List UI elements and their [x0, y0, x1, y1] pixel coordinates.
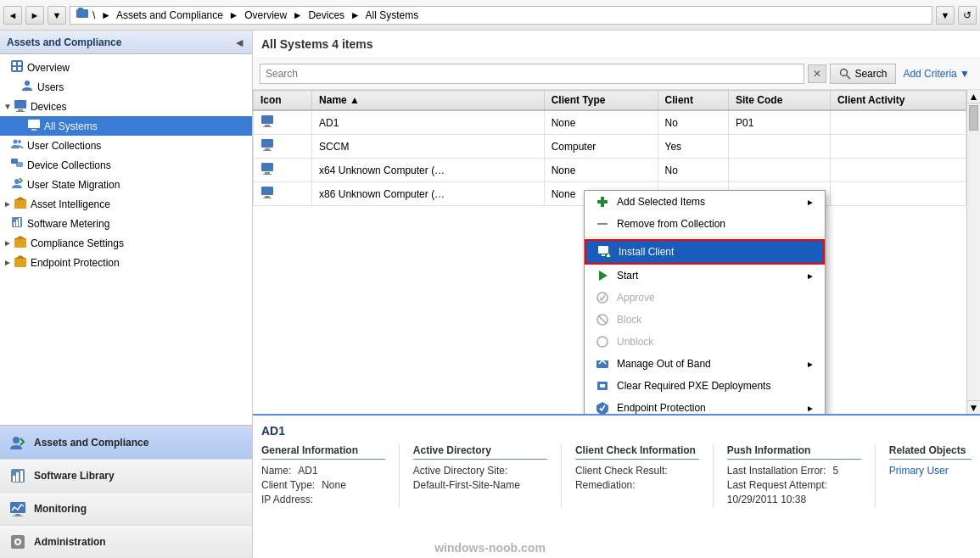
sidebar: Assets and Compliance ◄ Overview — [0, 31, 253, 558]
bottom-nav-software[interactable]: Software Library — [0, 459, 252, 492]
back-button[interactable]: ◄ — [3, 6, 22, 25]
svg-point-7 — [25, 81, 30, 86]
ctx-manage-oob-label: Manage Out of Band — [617, 358, 711, 370]
bottom-nav-admin[interactable]: Administration — [0, 525, 252, 558]
cell-clientactivity-3 — [830, 182, 966, 206]
svg-point-14 — [18, 140, 21, 143]
bottom-nav-assets[interactable]: Assets and Compliance — [0, 426, 252, 459]
svg-rect-1 — [78, 8, 83, 10]
forward-button[interactable]: ► — [25, 6, 44, 25]
sidebar-item-devices[interactable]: ▼ Devices — [0, 97, 252, 116]
context-menu: Add Selected Items ► Remove from Collect… — [584, 190, 826, 414]
main-layout: Assets and Compliance ◄ Overview — [0, 31, 980, 558]
col-client[interactable]: Client — [658, 91, 728, 111]
last-install-error-value: 5 — [832, 465, 838, 477]
last-request-value-row: 10/29/2011 10:38 — [727, 494, 861, 505]
col-name[interactable]: Name ▲ — [312, 91, 545, 111]
related-objects-title: Related Objects — [889, 444, 972, 460]
last-request-label: Last Request Attempt: — [727, 479, 827, 491]
table-row[interactable]: x64 Unknown Computer (… None No — [254, 159, 966, 182]
expand-arrow-compliance[interactable]: ► — [3, 238, 12, 248]
table-row[interactable]: SCCM Computer Yes — [254, 135, 966, 159]
svg-rect-0 — [76, 9, 88, 18]
svg-rect-45 — [265, 148, 270, 150]
detail-name-row: Name: AD1 — [261, 465, 385, 477]
ctx-manage-oob[interactable]: Manage Out of Band ► — [585, 353, 825, 375]
ip-label: IP Address: — [261, 494, 313, 505]
svg-rect-31 — [16, 472, 19, 482]
sidebar-item-label-user-collections: User Collections — [27, 140, 101, 152]
sidebar-item-compliance[interactable]: ► Compliance Settings — [0, 233, 252, 253]
cell-client-2: No — [658, 159, 728, 182]
last-install-error-row: Last Installation Error: 5 — [727, 465, 861, 477]
ctx-install-client[interactable]: Install Client — [585, 239, 825, 265]
sidebar-item-label-all-systems: All Systems — [44, 120, 98, 132]
svg-marker-25 — [14, 236, 26, 239]
add-criteria-button[interactable]: Add Criteria ▼ — [899, 65, 973, 82]
scroll-thumb[interactable] — [969, 105, 978, 131]
svg-rect-26 — [14, 258, 26, 267]
scroll-up-btn[interactable]: ▲ — [967, 90, 980, 103]
sidebar-item-user-state[interactable]: User State Migration — [0, 175, 252, 194]
cell-clientactivity-1 — [830, 135, 966, 159]
expand-arrow-endpoint[interactable]: ► — [3, 258, 12, 267]
table-row[interactable]: AD1 None No P01 — [254, 110, 966, 135]
search-clear-button[interactable]: ✕ — [808, 64, 826, 83]
svg-rect-33 — [10, 502, 25, 513]
expand-arrow-devices[interactable]: ▼ — [3, 102, 12, 111]
last-request-value: 10/29/2011 10:38 — [727, 494, 806, 505]
install-client-icon — [596, 244, 612, 259]
col-site-code[interactable]: Site Code — [728, 91, 830, 111]
ctx-unblock[interactable]: Unblock — [585, 331, 825, 353]
svg-rect-56 — [598, 246, 608, 254]
dropdown2-button[interactable]: ▼ — [936, 6, 955, 25]
sidebar-item-label-users: Users — [37, 81, 64, 93]
col-client-activity[interactable]: Client Activity — [830, 91, 966, 111]
sidebar-item-overview[interactable]: Overview — [0, 58, 252, 77]
cell-icon-0 — [254, 110, 312, 135]
content-area: All Systems 4 items ✕ Search Add Criteri… — [253, 31, 980, 558]
col-icon[interactable]: Icon — [254, 91, 312, 111]
search-button-label: Search — [854, 68, 887, 80]
col-client-type[interactable]: Client Type — [544, 91, 658, 111]
sidebar-item-endpoint[interactable]: ► Endpoint Protection — [0, 253, 252, 272]
refresh-button[interactable]: ↺ — [958, 6, 977, 25]
ctx-block[interactable]: Block — [585, 309, 825, 331]
svg-marker-19 — [14, 197, 26, 200]
dropdown-button[interactable]: ▼ — [48, 6, 66, 25]
sidebar-item-users[interactable]: Users — [0, 77, 252, 97]
search-button[interactable]: Search — [830, 64, 896, 84]
sidebar-item-device-collections[interactable]: Device Collections — [0, 155, 252, 175]
ctx-clear-pxe[interactable]: Clear Required PXE Deployments — [585, 375, 825, 397]
ctx-add-selected-items[interactable]: Add Selected Items ► — [585, 191, 825, 213]
ctx-start-arrow: ► — [806, 271, 815, 281]
remediation-row: Remediation: — [575, 479, 699, 491]
cell-name-2: x64 Unknown Computer (… — [312, 159, 545, 182]
search-input[interactable] — [260, 64, 804, 84]
cell-icon-1 — [254, 135, 312, 159]
sidebar-item-all-systems[interactable]: All Systems — [0, 116, 252, 136]
right-scrollbar[interactable]: ▲ ▼ — [966, 90, 980, 414]
bottom-nav-monitoring[interactable]: Monitoring — [0, 492, 252, 525]
sidebar-item-user-collections[interactable]: User Collections — [0, 136, 252, 155]
svg-point-65 — [597, 337, 608, 347]
svg-marker-27 — [14, 255, 26, 259]
ctx-remove-collection[interactable]: Remove from Collection — [585, 213, 825, 235]
ctx-start[interactable]: Start ► — [585, 265, 825, 287]
cell-name-0: AD1 — [312, 110, 545, 135]
expand-arrow-asset[interactable]: ► — [3, 199, 12, 209]
sidebar-item-asset-intelligence[interactable]: ► Asset Intelligence — [0, 194, 252, 214]
svg-rect-12 — [31, 129, 36, 131]
scroll-down-btn[interactable]: ▼ — [967, 400, 980, 414]
software-metering-icon — [10, 215, 24, 232]
ctx-endpoint-protection[interactable]: Endpoint Protection ► — [585, 397, 825, 414]
sidebar-item-software-metering[interactable]: Software Metering — [0, 214, 252, 233]
primary-user-link[interactable]: Primary User — [889, 465, 949, 477]
ctx-add-arrow: ► — [806, 198, 815, 207]
sidebar-toggle[interactable]: ◄ — [233, 36, 245, 49]
svg-rect-42 — [265, 125, 270, 126]
name-label: Name: — [261, 465, 291, 477]
svg-rect-9 — [18, 109, 23, 111]
asset-intelligence-icon — [14, 196, 27, 212]
ctx-approve[interactable]: Approve — [585, 287, 825, 309]
